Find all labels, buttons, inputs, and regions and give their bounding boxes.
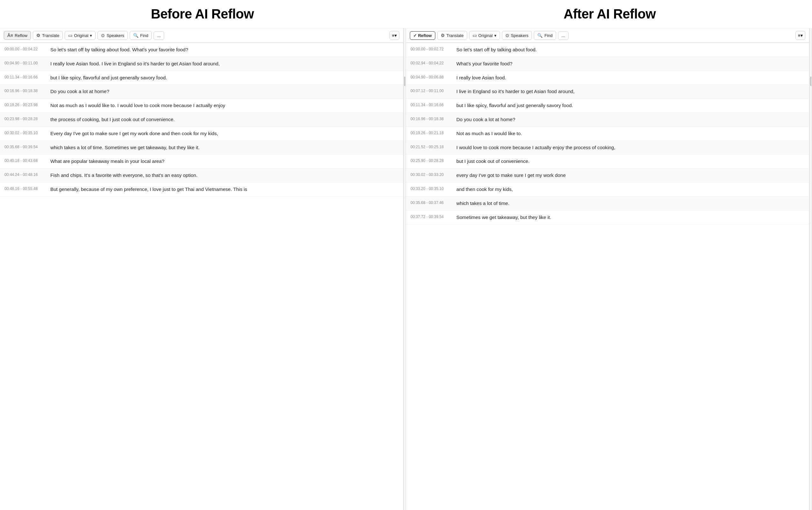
reflow-icon: Ā≡ (7, 33, 13, 38)
table-row: 00:25.90 - 00:28.28 but I just cook out … (406, 154, 809, 169)
transcript-text: Sometimes we get takeaway, but they like… (456, 214, 551, 221)
speakers-icon: ⊙ (101, 33, 105, 38)
transcript-text: which takes a lot of time. Sometimes we … (50, 144, 200, 151)
transcript-text: I really love Asian food. (456, 74, 506, 82)
table-row: 00:19.26 - 00:21.18 Not as much as I wou… (406, 127, 809, 141)
table-row: 00:30.02 - 00:33.20 every day I've got t… (406, 169, 809, 182)
after-column: ✓ Reflow ⚙ Translate ▭ Original ▾ ⊙ Spea… (406, 28, 809, 510)
table-row: 00:00.00 - 00:04.22 So let's start off b… (0, 43, 403, 57)
timestamp: 00:35.68 - 00:37.46 (410, 200, 452, 205)
after-reflow-button[interactable]: ✓ Reflow (410, 31, 435, 40)
table-row: 00:44.24 - 00:48.16 Fish and chips. It's… (0, 169, 403, 182)
transcript-text: but I like spicy, flavorful and just gen… (456, 102, 573, 109)
table-row: 00:48.16 - 00:55.48 But generally, becau… (0, 182, 403, 197)
timestamp: 00:48.16 - 00:55.48 (4, 186, 46, 191)
timestamp: 00:44.24 - 00:48.16 (4, 172, 46, 177)
timestamp: 00:23.98 - 00:28.28 (4, 116, 46, 121)
before-transcript-area[interactable]: 00:00.00 - 00:04.22 So let's start off b… (0, 43, 403, 510)
view-icon: ≡ (392, 33, 395, 38)
original-icon: ▭ (68, 33, 72, 38)
transcript-text: Not as much as I would like to. I would … (50, 102, 225, 109)
table-row: 00:04.90 - 00:06.88 I really love Asian … (406, 71, 809, 85)
after-toolbar: ✓ Reflow ⚙ Translate ▭ Original ▾ ⊙ Spea… (406, 28, 809, 43)
timestamp: 00:16.96 - 00:18.38 (4, 88, 46, 93)
before-column: Ā≡ Reflow ⚙ Translate ▭ Original ▾ ⊙ Spe… (0, 28, 403, 510)
transcript-text: Do you cook a lot at home? (456, 116, 515, 123)
after-view-dropdown-icon: ▾ (801, 33, 803, 38)
after-view-button[interactable]: ≡ ▾ (795, 31, 805, 40)
before-speakers-button[interactable]: ⊙ Speakers (97, 31, 127, 40)
timestamp: 00:19.26 - 00:23.98 (4, 102, 46, 107)
table-row: 00:11.34 - 00:16.66 but I like spicy, fl… (0, 71, 403, 85)
transcript-text: Every day I've got to make sure I get my… (50, 130, 218, 137)
before-original-button[interactable]: ▭ Original ▾ (65, 31, 96, 40)
after-scrollbar[interactable] (809, 28, 812, 510)
timestamp: 00:00.00 - 00:04.22 (4, 46, 46, 51)
table-row: 00:02.94 - 00:04.22 What's your favorite… (406, 57, 809, 71)
after-original-icon: ▭ (473, 33, 477, 38)
transcript-text: I would love to cook more because I actu… (456, 144, 615, 151)
table-row: 00:30.02 - 00:35.10 Every day I've got t… (0, 127, 403, 141)
before-translate-button[interactable]: ⚙ Translate (33, 31, 63, 40)
transcript-text: What are popular takeaway meals in your … (50, 158, 165, 165)
timestamp: 00:19.26 - 00:21.18 (410, 130, 452, 135)
before-reflow-button[interactable]: Ā≡ Reflow (4, 31, 31, 40)
after-translate-icon: ⚙ (441, 33, 445, 38)
transcript-text: and then cook for my kids, (456, 186, 513, 193)
find-icon: 🔍 (133, 33, 139, 38)
timestamp: 00:40.18 - 00:43.68 (4, 158, 46, 163)
timestamp: 00:35.68 - 00:39.54 (4, 144, 46, 149)
table-row: 00:40.18 - 00:43.68 What are popular tak… (0, 154, 403, 169)
transcript-text: which takes a lot of time. (456, 200, 509, 207)
before-scrollbar[interactable] (403, 28, 406, 510)
timestamp: 00:04.90 - 00:11.00 (4, 60, 46, 65)
timestamp: 00:16.96 - 00:18.38 (410, 116, 452, 121)
table-row: 00:37.72 - 00:39.54 Sometimes we get tak… (406, 211, 809, 225)
view-dropdown-icon: ▾ (395, 33, 397, 38)
transcript-text: Not as much as I would like to. (456, 130, 522, 137)
timestamp: 00:11.34 - 00:16.66 (410, 102, 452, 107)
table-row: 00:23.98 - 00:28.28 the process of cooki… (0, 113, 403, 127)
after-speakers-button[interactable]: ⊙ Speakers (502, 31, 532, 40)
timestamp: 00:07.12 - 00:11.00 (410, 88, 452, 93)
transcript-text: every day I've got to make sure I get my… (456, 172, 566, 179)
transcript-text: So let's start off by talking about food… (50, 46, 188, 54)
after-find-button[interactable]: 🔍 Find (534, 31, 556, 40)
transcript-text: So let's start off by talking about food… (456, 46, 537, 54)
before-find-button[interactable]: 🔍 Find (130, 31, 152, 40)
transcript-text: the process of cooking, but I just cook … (50, 116, 175, 123)
timestamp: 00:30.02 - 00:33.20 (410, 172, 452, 177)
dropdown-arrow-icon: ▾ (90, 33, 92, 38)
timestamp: 00:02.94 - 00:04.22 (410, 60, 452, 65)
before-header: Before AI Reflow (0, 6, 405, 25)
table-row: 00:33.20 - 00:35.10 and then cook for my… (406, 182, 809, 197)
table-row: 00:19.26 - 00:23.98 Not as much as I wou… (0, 99, 403, 113)
table-row: 00:35.68 - 00:37.46 which takes a lot of… (406, 197, 809, 211)
before-view-button[interactable]: ≡ ▾ (389, 31, 399, 40)
table-row: 00:00.00 - 00:02.72 So let's start off b… (406, 43, 809, 57)
transcript-text: I really love Asian food. I live in Engl… (50, 60, 220, 67)
table-row: 00:07.12 - 00:11.00 I live in England so… (406, 85, 809, 99)
before-more-button[interactable]: ... (154, 31, 164, 40)
timestamp: 00:37.72 - 00:39.54 (410, 214, 452, 219)
after-speakers-icon: ⊙ (505, 33, 509, 38)
timestamp: 00:00.00 - 00:02.72 (410, 46, 452, 51)
timestamp: 00:11.34 - 00:16.66 (4, 74, 46, 79)
after-view-icon: ≡ (798, 33, 801, 38)
after-scrollbar-thumb (810, 77, 811, 86)
after-transcript-area[interactable]: 00:00.00 - 00:02.72 So let's start off b… (406, 43, 809, 510)
transcript-text: but I like spicy, flavorful and just gen… (50, 74, 167, 82)
after-dropdown-arrow-icon: ▾ (494, 33, 496, 38)
after-translate-button[interactable]: ⚙ Translate (437, 31, 467, 40)
timestamp: 00:33.20 - 00:35.10 (410, 186, 452, 191)
scrollbar-thumb (404, 77, 405, 86)
after-find-icon: 🔍 (537, 33, 543, 38)
after-original-button[interactable]: ▭ Original ▾ (469, 31, 500, 40)
translate-icon: ⚙ (36, 33, 40, 38)
transcript-text: Do you cook a lot at home? (50, 88, 109, 95)
after-more-button[interactable]: ... (558, 31, 569, 40)
table-row: 00:16.96 - 00:18.38 Do you cook a lot at… (406, 113, 809, 127)
before-toolbar: Ā≡ Reflow ⚙ Translate ▭ Original ▾ ⊙ Spe… (0, 28, 403, 43)
timestamp: 00:30.02 - 00:35.10 (4, 130, 46, 135)
timestamp: 00:04.90 - 00:06.88 (410, 74, 452, 79)
